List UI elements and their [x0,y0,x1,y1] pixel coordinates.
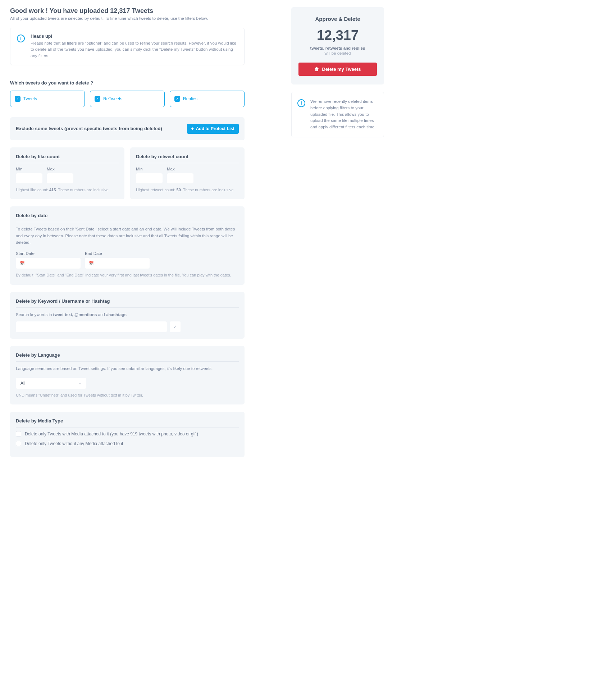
keyword-input[interactable] [16,321,167,332]
delete-my-tweets-button[interactable]: 🗑 Delete my Tweets [298,63,377,76]
btn-label: Delete my Tweets [322,67,361,72]
check-icon: ✓ [174,96,180,102]
like-min-input[interactable] [16,173,42,183]
language-hint: UND means "Undefined" and used for Tweet… [16,392,239,398]
type-replies-checkbox[interactable]: ✓ Replies [170,91,245,107]
retweet-count-card: Delete by retweet count Min Max Highest … [130,147,245,200]
start-date-input[interactable]: 📅 [16,258,81,269]
card-title: Delete by retweet count [136,154,239,163]
like-count-card: Delete by like count Min Max Highest lik… [10,147,124,200]
plus-icon: + [191,126,194,131]
language-desc: Language searches are based on Tweet set… [16,365,239,372]
end-date-input[interactable]: 📅 [85,258,150,269]
like-hint: Highest like count: 415. These numbers a… [16,187,119,193]
check-icon: ✓ [173,324,177,329]
sidebar-info-text: We remove recently deleted items before … [310,99,378,131]
chevron-down-icon: ⌄ [78,381,82,385]
calendar-icon: 📅 [89,261,94,266]
info-icon: i [297,99,305,107]
date-hint: By default; "Start Date" and "End Date" … [16,272,239,278]
type-tweets-checkbox[interactable]: ✓ Tweets [10,91,85,107]
like-max-label: Max [47,167,73,171]
heads-up-callout: i Heads up! Please note that all filters… [10,28,245,65]
rt-max-label: Max [167,167,193,171]
card-title: Delete by Language [16,352,239,362]
btn-label: Add to Protect List [196,126,234,131]
info-icon: i [17,35,25,42]
like-max-input[interactable] [47,173,73,183]
add-to-protect-list-button[interactable]: + Add to Protect List [187,124,239,134]
media-card: Delete by Media Type Delete only Tweets … [10,412,245,457]
language-selected: All [20,381,25,386]
page-subtitle: All of your uploaded tweets are selected… [10,16,245,20]
like-min-label: Min [16,167,42,171]
language-select[interactable]: All ⌄ [16,378,86,389]
trash-icon: 🗑 [314,67,319,72]
approve-delete-card: Approve & Delete 12,317 tweets, retweets… [291,7,384,84]
check-icon: ✓ [95,96,100,102]
type-label: ReTweets [103,96,122,101]
callout-title: Heads up! [31,34,238,39]
end-date-label: End Date [85,251,150,256]
card-title: Delete by date [16,213,239,222]
exclude-bar: Exclude some tweets (prevent specific tw… [10,117,245,140]
card-title: Delete by Media Type [16,418,239,427]
type-label: Replies [183,96,197,101]
delete-count: 12,317 [298,28,377,43]
page-title: Good work ! You have uploaded 12,317 Twe… [10,7,245,15]
rt-min-label: Min [136,167,163,171]
count-meta2: will be deleted [298,51,377,55]
date-desc: To delete Tweets based on their 'Sent Da… [16,226,239,246]
sidebar-info: i We remove recently deleted items befor… [291,92,384,137]
type-section-title: Which tweets do you want to delete ? [10,80,245,86]
check-icon: ✓ [15,96,20,102]
count-meta1: tweets, retweets and replies [298,46,377,50]
media-opt2-label: Delete only Tweets without any Media att… [25,441,123,446]
rt-hint: Highest retweet count: 50. These numbers… [136,187,239,193]
language-card: Delete by Language Language searches are… [10,346,245,404]
media-with-checkbox[interactable] [16,431,21,436]
calendar-icon: 📅 [20,261,25,266]
keyword-add-button[interactable]: ✓ [170,321,181,332]
keyword-card: Delete by Keyword / Username or Hashtag … [10,292,245,339]
approve-title: Approve & Delete [298,16,377,22]
card-title: Delete by like count [16,154,119,163]
retweet-min-input[interactable] [136,173,163,183]
keyword-desc: Search keywords in tweet text, @mentions… [16,311,239,318]
callout-body: Please note that all filters are "option… [31,40,238,59]
type-label: Tweets [23,96,37,101]
retweet-max-input[interactable] [167,173,193,183]
media-without-checkbox[interactable] [16,441,21,446]
date-card: Delete by date To delete Tweets based on… [10,206,245,285]
media-opt1-label: Delete only Tweets with Media attached t… [25,431,198,436]
card-title: Delete by Keyword / Username or Hashtag [16,298,239,308]
start-date-label: Start Date [16,251,81,256]
exclude-title: Exclude some tweets (prevent specific tw… [16,126,162,131]
type-retweets-checkbox[interactable]: ✓ ReTweets [90,91,165,107]
